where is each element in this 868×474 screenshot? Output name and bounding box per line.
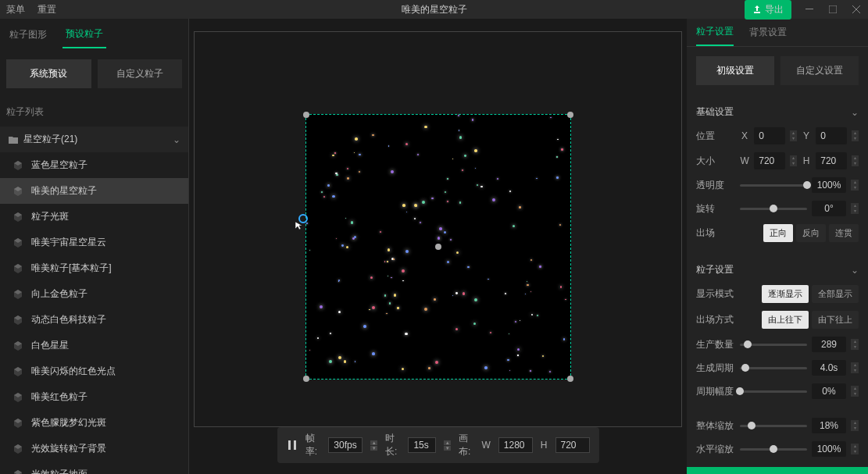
all-toggle[interactable]: 全部显示 bbox=[812, 285, 859, 303]
list-item[interactable]: 紫色朦胧梦幻光斑 bbox=[0, 410, 188, 436]
list-item[interactable]: 蓝色星空粒子 bbox=[0, 152, 188, 178]
duration-input[interactable] bbox=[408, 437, 436, 453]
tab-particle-settings[interactable]: 粒子设置 bbox=[696, 19, 734, 46]
export-button[interactable]: 导出 bbox=[745, 0, 791, 20]
list-item[interactable]: 白色星星 bbox=[0, 333, 188, 358]
fps-input[interactable] bbox=[328, 437, 363, 453]
list-item[interactable]: 动态白色科技粒子 bbox=[0, 307, 188, 333]
canvas-h-input[interactable] bbox=[555, 437, 590, 453]
pos-x-input[interactable] bbox=[754, 127, 785, 144]
count-spinner[interactable]: ▴▾ bbox=[851, 339, 859, 350]
hscale-spinner[interactable]: ▴▾ bbox=[851, 444, 859, 454]
continuous-toggle[interactable]: 连贯 bbox=[829, 224, 859, 242]
duration-spinner[interactable]: ▴▾ bbox=[444, 440, 451, 451]
custom-particle-button[interactable]: 自定义粒子 bbox=[98, 59, 183, 88]
folder-icon bbox=[8, 134, 19, 145]
period-spinner[interactable]: ▴▾ bbox=[851, 362, 859, 373]
scale-slider[interactable] bbox=[740, 425, 807, 427]
minimize-button[interactable] bbox=[798, 0, 821, 19]
opacity-spinner[interactable]: ▴▾ bbox=[851, 180, 859, 191]
hscale-value[interactable]: 100% bbox=[812, 441, 846, 457]
range-slider[interactable] bbox=[740, 390, 807, 393]
list-item[interactable]: 向上金色粒子 bbox=[0, 281, 188, 307]
range-spinner[interactable]: ▴▾ bbox=[851, 386, 859, 397]
basic-settings-button[interactable]: 初级设置 bbox=[696, 56, 774, 85]
list-item[interactable]: 唯美粒子[基本粒子] bbox=[0, 255, 188, 281]
list-item[interactable]: 光效旋转粒子背景 bbox=[0, 436, 188, 462]
size-w-spinner[interactable]: ▴▾ bbox=[790, 155, 797, 166]
size-h-input[interactable] bbox=[816, 152, 847, 169]
opacity-value[interactable]: 100% bbox=[812, 177, 846, 193]
particle-canvas[interactable] bbox=[305, 114, 571, 380]
count-slider[interactable] bbox=[740, 344, 807, 346]
pos-y-input[interactable] bbox=[816, 127, 847, 144]
canvas-area: 帧率: ▴▾ 时长: ▴▾ 画布: W H bbox=[189, 19, 687, 474]
list-item[interactable]: 唯美宇宙星空星云 bbox=[0, 230, 188, 255]
period-slider[interactable] bbox=[740, 367, 807, 369]
scale-label: 整体缩放 bbox=[696, 419, 735, 433]
pause-button[interactable] bbox=[286, 437, 297, 453]
close-button[interactable] bbox=[845, 0, 868, 19]
cube-icon bbox=[13, 186, 23, 197]
pos-x-spinner[interactable]: ▴▾ bbox=[790, 130, 797, 141]
right-panel: 粒子设置 背景设置 初级设置 自定义设置 基础设置 ⌄ 位置 X ▴▾ Y ▴▾… bbox=[687, 19, 868, 474]
maximize-button[interactable] bbox=[821, 0, 845, 19]
pos-y-spinner[interactable]: ▴▾ bbox=[852, 130, 859, 141]
canvas-w-input[interactable] bbox=[498, 437, 533, 453]
cube-icon bbox=[13, 366, 23, 377]
save-preset-button[interactable]: 保存为预设粒子 bbox=[687, 467, 868, 474]
period-value[interactable]: 4.0s bbox=[812, 360, 846, 376]
resize-handle-bl[interactable] bbox=[303, 376, 309, 382]
custom-settings-button[interactable]: 自定义设置 bbox=[780, 56, 859, 85]
center-handle[interactable] bbox=[435, 244, 441, 250]
cube-icon bbox=[13, 315, 23, 326]
section-particle[interactable]: 粒子设置 ⌄ bbox=[696, 258, 859, 281]
cube-icon bbox=[13, 263, 23, 274]
menu-button[interactable]: 菜单 bbox=[6, 3, 25, 16]
scale-value[interactable]: 18% bbox=[812, 418, 846, 433]
list-item[interactable]: 唯美闪烁的红色光点 bbox=[0, 358, 188, 384]
list-item[interactable]: 粒子光斑 bbox=[0, 204, 188, 230]
cube-icon bbox=[13, 340, 23, 351]
rotate-spinner[interactable]: ▴▾ bbox=[851, 203, 859, 214]
chevron-down-icon: ⌄ bbox=[851, 107, 859, 118]
forward-toggle[interactable]: 正向 bbox=[763, 224, 793, 242]
reverse-toggle[interactable]: 反向 bbox=[796, 224, 826, 242]
scale-spinner[interactable]: ▴▾ bbox=[851, 420, 859, 431]
duration-label: 时长: bbox=[385, 432, 401, 458]
resize-handle-tl[interactable] bbox=[303, 112, 309, 118]
particle-list: 蓝色星空粒子唯美的星空粒子粒子光斑唯美宇宙星空星云唯美粒子[基本粒子]向上金色粒… bbox=[0, 152, 188, 474]
tab-background-settings[interactable]: 背景设置 bbox=[749, 20, 787, 45]
rotate-slider[interactable] bbox=[740, 208, 807, 210]
fps-spinner[interactable]: ▴▾ bbox=[370, 440, 377, 451]
tab-preset-particle[interactable]: 预设粒子 bbox=[63, 21, 106, 48]
section-basic[interactable]: 基础设置 ⌄ bbox=[696, 101, 859, 123]
list-item[interactable]: 唯美的星空粒子 bbox=[0, 178, 188, 204]
cube-icon bbox=[13, 469, 23, 475]
rotate-value[interactable]: 0° bbox=[812, 201, 846, 216]
system-preset-button[interactable]: 系统预设 bbox=[6, 59, 91, 88]
resize-handle-br[interactable] bbox=[567, 376, 573, 382]
gradual-toggle[interactable]: 逐渐显示 bbox=[762, 285, 809, 303]
reset-button[interactable]: 重置 bbox=[38, 3, 56, 16]
svg-rect-0 bbox=[805, 9, 813, 9]
hscale-label: 水平缩放 bbox=[696, 443, 735, 456]
svg-rect-3 bbox=[288, 440, 291, 450]
resize-handle-tr[interactable] bbox=[567, 112, 573, 118]
topdown-toggle[interactable]: 由上往下 bbox=[762, 311, 809, 329]
range-value[interactable]: 0% bbox=[812, 383, 846, 399]
size-h-spinner[interactable]: ▴▾ bbox=[852, 155, 859, 166]
svg-rect-4 bbox=[294, 440, 296, 450]
folder-row[interactable]: 星空粒子(21) ⌄ bbox=[0, 127, 188, 152]
list-item[interactable]: 光效粒子地面 bbox=[0, 462, 188, 474]
hscale-slider[interactable] bbox=[740, 448, 807, 451]
opacity-slider[interactable] bbox=[740, 184, 807, 187]
tab-particle-shape[interactable]: 粒子图形 bbox=[6, 22, 50, 48]
list-item[interactable]: 唯美红色粒子 bbox=[0, 384, 188, 410]
fps-label: 帧率: bbox=[305, 432, 321, 458]
bottomup-toggle[interactable]: 由下往上 bbox=[812, 311, 859, 329]
size-w-input[interactable] bbox=[754, 152, 785, 169]
count-value[interactable]: 289 bbox=[812, 337, 846, 352]
list-header: 粒子列表 bbox=[0, 98, 188, 127]
cube-icon bbox=[13, 237, 23, 248]
